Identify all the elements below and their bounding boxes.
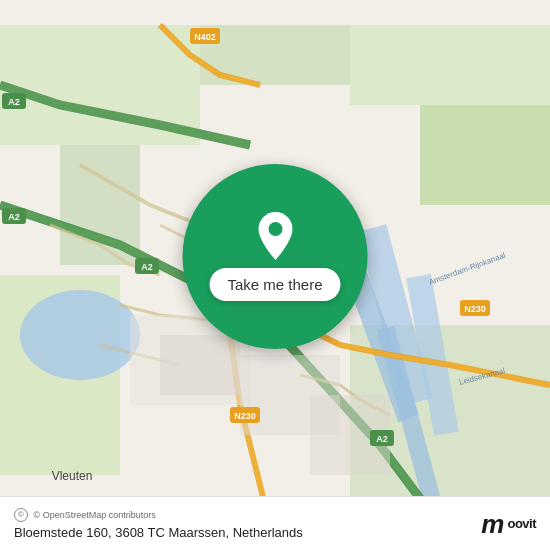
- copyright-icon: ©: [14, 508, 28, 522]
- svg-text:A2: A2: [141, 262, 153, 272]
- svg-point-8: [20, 290, 140, 380]
- osm-attribution: © © OpenStreetMap contributors: [14, 508, 303, 522]
- moovit-m-letter: m: [481, 511, 504, 537]
- svg-point-36: [268, 222, 282, 236]
- moovit-logo: moovit: [481, 511, 536, 537]
- address-text: Bloemstede 160, 3608 TC Maarssen, Nether…: [14, 525, 303, 540]
- svg-text:Vleuten: Vleuten: [52, 469, 93, 483]
- bottom-bar: © © OpenStreetMap contributors Bloemsted…: [0, 496, 550, 550]
- svg-text:A2: A2: [8, 212, 20, 222]
- location-pin-icon: [255, 212, 295, 260]
- svg-rect-3: [350, 25, 550, 105]
- svg-text:A2: A2: [8, 97, 20, 107]
- map-container: A2 A2 A2 A2 N402 N230 N230 N230 Vleuten …: [0, 0, 550, 550]
- svg-rect-14: [160, 335, 240, 395]
- moovit-text: oovit: [507, 516, 536, 531]
- svg-text:N230: N230: [234, 411, 256, 421]
- svg-text:N230: N230: [464, 304, 486, 314]
- svg-text:A2: A2: [376, 434, 388, 444]
- svg-text:N402: N402: [194, 32, 216, 42]
- take-me-there-button[interactable]: Take me there: [209, 268, 340, 301]
- map-overlay-card: Take me there: [183, 164, 368, 349]
- address-section: © © OpenStreetMap contributors Bloemsted…: [14, 508, 303, 540]
- svg-rect-4: [420, 105, 550, 205]
